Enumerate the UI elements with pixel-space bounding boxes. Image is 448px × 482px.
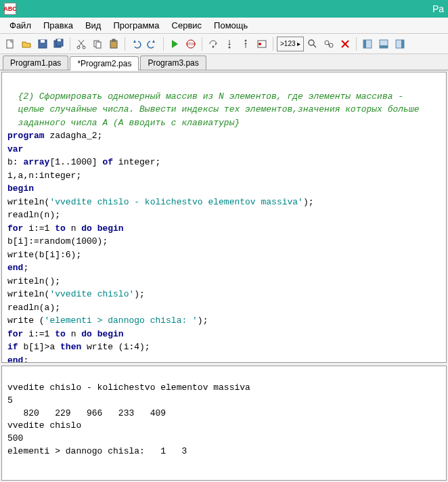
- svg-rect-11: [112, 39, 115, 41]
- code-line: write ('elementi > dannogo chisla: ');: [7, 314, 441, 328]
- svg-rect-23: [363, 40, 366, 48]
- file-tabs: Program1.pas*Program2.pasProgram3.pas: [0, 54, 448, 70]
- output-line: 820 229 966 233 409: [7, 408, 441, 420]
- file-tab-0[interactable]: Program1.pas: [3, 56, 68, 70]
- redo-icon[interactable]: [145, 37, 160, 51]
- code-line: write(b[i]:6);: [7, 248, 441, 262]
- toolbar-separator: [356, 37, 357, 51]
- code-line: var: [7, 143, 441, 156]
- menu-item-4[interactable]: Сервис: [166, 18, 208, 32]
- toolbar-separator: [125, 37, 125, 51]
- svg-text:STOP: STOP: [186, 42, 196, 46]
- menu-item-0[interactable]: Файл: [4, 18, 37, 32]
- find-icon[interactable]: [305, 37, 320, 51]
- svg-point-16: [245, 39, 247, 41]
- svg-point-18: [259, 43, 261, 45]
- code-line: writeln();: [7, 275, 441, 288]
- breakpoint-icon[interactable]: [254, 37, 269, 51]
- output-line: vvedite chislo - kolichestvo elementov m…: [7, 382, 441, 395]
- code-line: readln(a);: [7, 301, 441, 315]
- app-icon: ABC: [4, 3, 16, 15]
- menu-item-1[interactable]: Правка: [38, 18, 79, 32]
- code-line: end;: [7, 261, 441, 275]
- output-line: vvedite chislo: [7, 420, 441, 433]
- step-out-icon[interactable]: [238, 37, 253, 51]
- svg-rect-10: [110, 41, 117, 48]
- code-line: заданного числа A (A вводить с клавиатур…: [7, 116, 441, 130]
- code-line: end;: [7, 354, 441, 364]
- code-line: {2) Сформировать одномерный массив из N …: [7, 90, 441, 104]
- save-icon[interactable]: [35, 37, 50, 51]
- undo-icon[interactable]: [129, 37, 143, 51]
- svg-point-15: [229, 46, 231, 48]
- svg-rect-0: [7, 40, 13, 48]
- code-line: writeln('vvedite chislo');: [7, 288, 441, 301]
- find-again-icon[interactable]: [321, 37, 336, 51]
- output-panel: vvedite chislo - kolichestvo elementov m…: [1, 366, 447, 481]
- output-line: elementi > dannogo chisla: 1 3: [7, 445, 441, 458]
- open-file-icon[interactable]: [19, 37, 34, 51]
- paste-icon[interactable]: [106, 37, 121, 51]
- stop-icon[interactable]: STOP: [183, 37, 198, 51]
- code-line: b[i]:=random(1000);: [7, 235, 441, 248]
- toolbar-separator: [202, 37, 202, 51]
- code-line: program zadagha_2;: [7, 129, 441, 143]
- menu-item-3[interactable]: Программа: [108, 18, 164, 32]
- delete-icon[interactable]: [338, 37, 353, 51]
- code-line: readln(n);: [7, 209, 441, 222]
- code-editor[interactable]: {2) Сформировать одномерный массив из N …: [1, 72, 447, 363]
- toolbar-separator: [70, 37, 70, 51]
- save-all-icon[interactable]: [51, 37, 66, 51]
- svg-rect-5: [58, 39, 61, 41]
- output-line: 5: [7, 395, 441, 408]
- menu-item-5[interactable]: Помощь: [208, 18, 253, 32]
- toolbar: STOP>123▸: [0, 34, 448, 54]
- svg-rect-9: [96, 42, 101, 48]
- toolbar-separator: [163, 37, 164, 51]
- view2-icon[interactable]: [376, 37, 391, 51]
- svg-rect-2: [41, 40, 45, 43]
- menu-item-2[interactable]: Вид: [80, 18, 107, 32]
- step-over-icon[interactable]: [206, 37, 221, 51]
- svg-point-14: [212, 45, 215, 47]
- file-tab-2[interactable]: Program3.pas: [140, 56, 206, 70]
- title-bar: ABC Pa: [0, 0, 448, 18]
- toolbar-separator: [273, 37, 273, 51]
- file-tab-1[interactable]: *Program2.pas: [70, 56, 139, 70]
- window-title: Pa: [20, 3, 444, 14]
- goto-line-icon[interactable]: >123▸: [277, 37, 304, 51]
- output-line: 500: [7, 433, 441, 445]
- code-line: begin: [7, 182, 441, 196]
- svg-point-19: [309, 40, 314, 45]
- code-line: for i:=1 to n do begin: [7, 328, 441, 341]
- code-line: целые случайные числа. Вывести индексы т…: [7, 103, 441, 116]
- svg-rect-25: [380, 45, 388, 48]
- menu-bar: ФайлПравкаВидПрограммаСервисПомощь: [0, 18, 448, 34]
- svg-rect-27: [401, 40, 404, 48]
- code-line: for i:=1 to n do begin: [7, 222, 441, 236]
- code-line: writeln('vvedite chislo - kolichestvo el…: [7, 196, 441, 209]
- code-line: b: array[1..1000] of integer;: [7, 156, 441, 169]
- cut-icon[interactable]: [74, 37, 89, 51]
- run-icon[interactable]: [167, 37, 182, 51]
- view3-icon[interactable]: [393, 37, 407, 51]
- copy-icon[interactable]: [90, 37, 105, 51]
- new-file-icon[interactable]: [3, 37, 18, 51]
- code-line: i,a,n:integer;: [7, 169, 441, 183]
- step-into-icon[interactable]: [222, 37, 237, 51]
- code-line: if b[i]>a then write (i:4);: [7, 341, 441, 354]
- view1-icon[interactable]: [360, 37, 375, 51]
